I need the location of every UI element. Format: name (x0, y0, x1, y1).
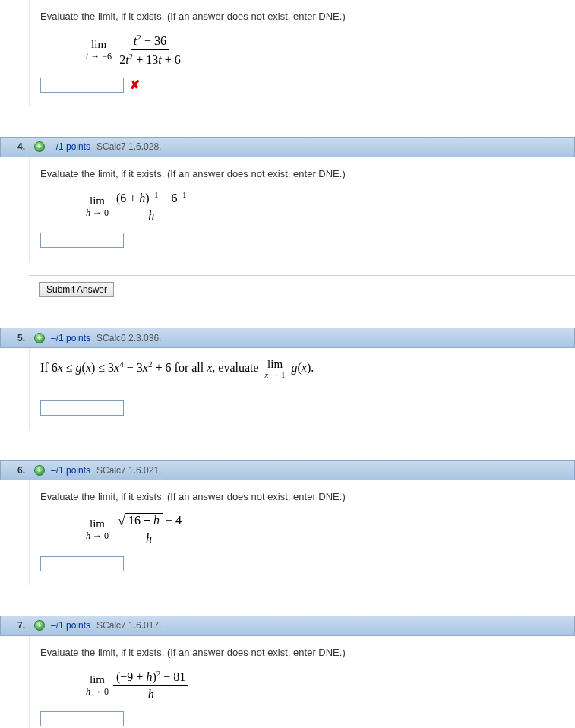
question-6: 6. –/1 points SCalc7 1.6.021. Evaluate t… (0, 460, 575, 584)
question-7: 7. –/1 points SCalc7 1.6.017. Evaluate t… (0, 616, 575, 728)
question-ref: SCalc7 1.6.021. (96, 465, 161, 476)
answer-input[interactable] (40, 711, 124, 726)
question-number: 6. (5, 465, 28, 476)
answer-input[interactable] (40, 78, 124, 93)
limit-expression: lim h → 0 (−9 + h)2 − 81 h (86, 669, 188, 701)
expand-icon[interactable] (34, 465, 45, 476)
question-ref: SCalc6 2.3.036. (96, 333, 161, 343)
answer-input[interactable] (40, 233, 124, 248)
question-prompt: Evaluate the limit, if it exists. (If an… (40, 168, 564, 179)
points-link[interactable]: –/1 points (51, 465, 90, 476)
question-prompt: Evaluate the limit, if it exists. (If an… (40, 491, 564, 502)
answer-input[interactable] (40, 400, 124, 416)
limit-expression: lim x → 1 (265, 359, 286, 379)
points-link[interactable]: –/1 points (51, 141, 90, 152)
expand-icon[interactable] (34, 333, 45, 343)
incorrect-icon: ✘ (130, 78, 140, 92)
limit-expression: lim h → 0 16 + h − 4 h (86, 513, 185, 545)
question-number: 4. (5, 141, 28, 152)
points-link[interactable]: –/1 points (51, 333, 90, 343)
question-prompt: If 6x ≤ g(x) ≤ 3x4 − 3x2 + 6 for all x, … (40, 359, 314, 379)
question-ref: SCalc7 1.6.028. (96, 141, 161, 152)
question-body: Evaluate the limit, if it exists. (If an… (29, 0, 575, 106)
question-header: 4. –/1 points SCalc7 1.6.028. (0, 137, 575, 157)
question-ref: SCalc7 1.6.017. (96, 620, 161, 631)
points-link[interactable]: –/1 points (51, 620, 90, 631)
question-prompt: Evaluate the limit, if it exists. (If an… (40, 11, 564, 22)
limit-expression: lim t → −6 t2 − 36 2t2 + 13t + 6 (86, 33, 184, 67)
question-4: 4. –/1 points SCalc7 1.6.028. Evaluate t… (0, 137, 575, 298)
question-prompt: Evaluate the limit, if it exists. (If an… (40, 647, 564, 658)
question-number: 7. (5, 620, 28, 631)
question-number: 5. (5, 333, 28, 343)
question-body: Evaluate the limit, if it exists. (If an… (29, 480, 575, 584)
question-header: 7. –/1 points SCalc7 1.6.017. (0, 616, 575, 636)
question-body: Evaluate the limit, if it exists. (If an… (29, 157, 575, 262)
question-5: 5. –/1 points SCalc6 2.3.036. If 6x ≤ g(… (0, 328, 575, 429)
question-body: If 6x ≤ g(x) ≤ 3x4 − 3x2 + 6 for all x, … (29, 348, 575, 429)
question-fragment-top: Evaluate the limit, if it exists. (If an… (0, 0, 575, 106)
question-body: Evaluate the limit, if it exists. (If an… (29, 636, 575, 728)
answer-input[interactable] (40, 556, 124, 571)
expand-icon[interactable] (34, 620, 45, 631)
question-header: 5. –/1 points SCalc6 2.3.036. (0, 328, 575, 348)
question-header: 6. –/1 points SCalc7 1.6.021. (0, 460, 575, 480)
expand-icon[interactable] (34, 141, 45, 152)
limit-expression: lim h → 0 (6 + h)−1 − 6−1 h (86, 190, 190, 223)
submit-button[interactable]: Submit Answer (39, 282, 114, 297)
